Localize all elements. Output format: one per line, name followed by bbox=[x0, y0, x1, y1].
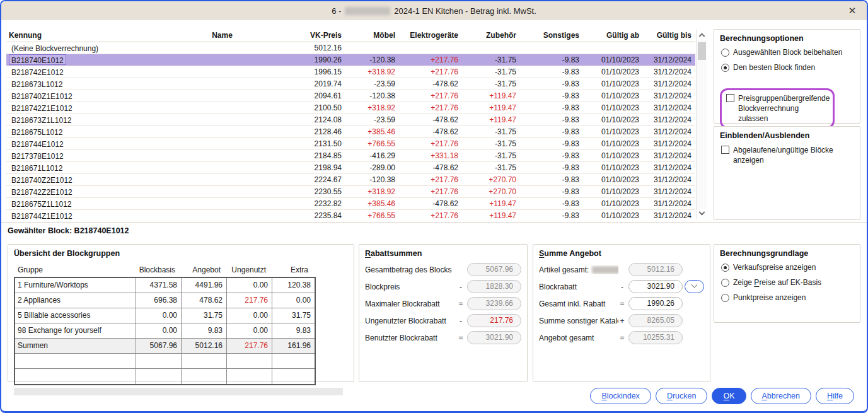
table-row[interactable]: B218673Z1L1012 2124.08 -23.59 -478.62 +1… bbox=[6, 114, 695, 126]
radio-keep-selected-block[interactable]: Ausgewählten Block beibehalten bbox=[721, 48, 854, 57]
blockgruppen-row bbox=[15, 369, 315, 384]
cell-kennung: B218675Z1L1012 bbox=[6, 198, 154, 209]
dialog-button-row: Blockindex Drucken OK Abbrechen Hilfe bbox=[590, 388, 854, 404]
cell-moebel: +385.46 bbox=[345, 198, 399, 209]
cell-vk-preis: 2124.08 bbox=[290, 114, 345, 125]
radio-icon bbox=[721, 64, 729, 72]
column-header-elektrogeraete: Elektrogeräte bbox=[399, 29, 462, 42]
sum-row: Gesamt inkl. Rabatt = 1990.26 bbox=[539, 297, 704, 310]
cell-moebel: +766.55 bbox=[345, 138, 399, 149]
cell-kennung: B218740E1012 bbox=[6, 54, 154, 66]
sum-value-field[interactable]: 1990.26 bbox=[628, 297, 683, 310]
table-row[interactable]: B218744Z1E1012 2235.84 +766.55 +217.76 +… bbox=[6, 210, 695, 219]
checkbox-cross-price-group[interactable]: Preisgruppenübergreifende Blockverrechnu… bbox=[726, 93, 828, 124]
cell-ungenutzt: 0.00 bbox=[227, 308, 272, 323]
cell-gueltig-bis: 31/12/2024 bbox=[643, 186, 695, 197]
blockindex-button[interactable]: Blockindex bbox=[590, 388, 651, 404]
radio-icon bbox=[721, 264, 729, 272]
sum-row: Blockpreis - 1828.30 bbox=[365, 280, 521, 293]
cell-elektrogeraete: +217.76 bbox=[399, 174, 462, 185]
radio-icon bbox=[721, 49, 729, 57]
panel-title: Berechnungsgrundlage bbox=[720, 249, 854, 258]
cell-blockbasis: 4371.58 bbox=[136, 278, 182, 293]
panel-title: Summe Angebot bbox=[539, 249, 704, 258]
cell-gueltig-ab: 01/10/2023 bbox=[583, 90, 643, 102]
table-row[interactable]: B218673L1012 2019.74 -23.59 -478.62 -31.… bbox=[6, 78, 695, 90]
cell-moebel: -120.38 bbox=[345, 90, 399, 102]
hilfe-button[interactable]: Hilfe bbox=[816, 388, 854, 404]
horizontal-scrollbar[interactable] bbox=[14, 388, 343, 395]
panel-title: Rabattsummen bbox=[365, 249, 521, 258]
table-row[interactable]: B218675L1012 2128.46 +385.46 -478.62 -31… bbox=[6, 126, 695, 138]
radio-icon bbox=[721, 294, 729, 302]
table-row[interactable]: B218742E1012 1996.15 +318.92 +217.76 -31… bbox=[6, 66, 695, 78]
close-icon[interactable]: ✕ bbox=[846, 4, 859, 17]
cell-gueltig-bis: 31/12/2024 bbox=[643, 210, 695, 219]
sum-row: Blockrabatt - 3021.90 bbox=[539, 280, 704, 293]
cell-kennung: B218675L1012 bbox=[6, 126, 154, 137]
cell-gueltig-ab: 01/10/2023 bbox=[583, 186, 643, 197]
abbrechen-button[interactable]: Abbrechen bbox=[751, 388, 811, 404]
sum-row: Artikel gesamt: 5012.16 bbox=[539, 263, 704, 276]
radio-show-point-prices[interactable]: Punktpreise anzeigen bbox=[721, 293, 854, 302]
redacted-customer-name bbox=[345, 7, 390, 15]
checkbox-show-expired-blocks[interactable]: Abgelaufene/ungültige Blöcke anzeigen bbox=[721, 145, 854, 165]
column-header-gueltig-bis: Gültig bis bbox=[643, 29, 695, 42]
cell-angebot: 5012.16 bbox=[182, 339, 227, 353]
sum-label: Maximaler Blockrabatt bbox=[365, 300, 457, 308]
cell-gueltig-bis: 31/12/2024 bbox=[643, 54, 695, 66]
cell-angebot bbox=[182, 369, 227, 384]
sum-value-field: 3239.66 bbox=[467, 297, 521, 310]
table-row[interactable]: B218740E1012 1990.26 -120.38 +217.76 -31… bbox=[6, 54, 695, 66]
cell-extra: 9.83 bbox=[272, 323, 315, 338]
cell-name bbox=[154, 174, 290, 185]
cell-zubehoer: -31.75 bbox=[462, 66, 520, 78]
sum-row: Ungenutzter Blockrabatt - 217.76 bbox=[365, 314, 521, 327]
sum-operator: + bbox=[618, 317, 626, 325]
cell-vk-preis: 2235.84 bbox=[290, 210, 345, 219]
scroll-down-button[interactable] bbox=[697, 209, 707, 219]
cell-vk-preis: 2131.50 bbox=[290, 138, 345, 149]
cell-sonstiges: -9.83 bbox=[520, 198, 583, 209]
table-row[interactable]: B218742Z1E1012 2100.50 +318.92 +217.76 +… bbox=[6, 102, 695, 114]
table-row[interactable]: B218671L1012 2198.94 -289.00 -478.62 -31… bbox=[6, 162, 695, 174]
cell-gueltig-ab: 01/10/2023 bbox=[583, 102, 643, 113]
cell-vk-preis: 2224.67 bbox=[290, 174, 345, 185]
checkbox-icon bbox=[721, 146, 729, 154]
radio-show-sales-prices[interactable]: Verkaufspreise anzeigen bbox=[721, 263, 854, 272]
scrollbar-thumb[interactable] bbox=[698, 42, 706, 60]
cell-kennung: (Keine Blockverrechnung) bbox=[6, 42, 154, 54]
drucken-button[interactable]: Drucken bbox=[656, 388, 708, 404]
table-row[interactable]: B218742Z2E1012 2230.55 +318.92 +217.76 +… bbox=[6, 186, 695, 198]
cell-gueltig-ab: 01/10/2023 bbox=[583, 66, 643, 78]
cell-blockbasis bbox=[136, 369, 182, 384]
sum-value-field: 217.76 bbox=[467, 314, 521, 327]
scroll-up-button[interactable] bbox=[697, 29, 707, 40]
radio-show-ek-prices[interactable]: Zeige Preise auf EK-Basis bbox=[721, 278, 854, 287]
table-row[interactable]: B218740Z2E1012 2224.67 -120.38 +217.76 +… bbox=[6, 174, 695, 186]
cell-gruppe: Summen bbox=[15, 339, 136, 353]
radio-label: Zeige Preise auf EK-Basis bbox=[733, 278, 821, 287]
cell-gueltig-ab: 01/10/2023 bbox=[583, 114, 643, 125]
rabattsummen-panel: Rabattsummen Gesamtbetrag des Blocks 506… bbox=[359, 244, 528, 382]
sum-value-field[interactable]: 3021.90 bbox=[628, 280, 683, 293]
cell-ungenutzt: 217.76 bbox=[227, 293, 272, 308]
radio-find-best-block[interactable]: Den besten Block finden bbox=[721, 63, 854, 72]
table-row[interactable]: B218740Z1E1012 2094.61 -120.38 +217.76 +… bbox=[6, 90, 695, 102]
vertical-scrollbar[interactable] bbox=[696, 29, 707, 219]
table-row[interactable]: (Keine Blockverrechnung) 5012.16 bbox=[6, 42, 695, 54]
cell-zubehoer: +119.47 bbox=[462, 90, 520, 102]
cell-zubehoer: +119.47 bbox=[462, 210, 520, 219]
cell-vk-preis: 2100.50 bbox=[290, 102, 345, 113]
cell-sonstiges: -9.83 bbox=[520, 90, 583, 102]
cell-gueltig-bis: 31/12/2024 bbox=[643, 150, 695, 161]
table-row[interactable]: B218744E1012 2131.50 +766.55 +217.76 -31… bbox=[6, 138, 695, 150]
sum-value-field: 3021.90 bbox=[467, 331, 521, 344]
table-row[interactable]: B218675Z1L1012 2232.82 +385.46 -478.62 +… bbox=[6, 198, 695, 210]
blockrabatt-dropdown-button[interactable] bbox=[685, 280, 704, 293]
table-row[interactable]: B217378E1012 2184.85 -416.29 +331.18 -31… bbox=[6, 150, 695, 162]
cell-name bbox=[154, 138, 290, 149]
cell-gueltig-bis: 31/12/2024 bbox=[643, 138, 695, 149]
ok-button[interactable]: OK bbox=[712, 388, 746, 404]
cell-gueltig-bis: 31/12/2024 bbox=[643, 174, 695, 185]
